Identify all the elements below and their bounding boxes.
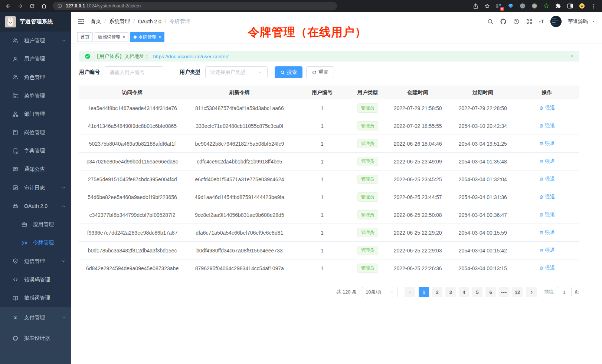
tab-sensitive-word[interactable]: 敏感词管理× bbox=[95, 32, 128, 42]
prev-page-button[interactable] bbox=[405, 287, 415, 297]
font-size-icon[interactable]: тT bbox=[539, 19, 544, 24]
trash-icon bbox=[539, 141, 544, 146]
page-button-3[interactable]: 3 bbox=[445, 287, 456, 297]
gray-extension-icon[interactable] bbox=[519, 3, 526, 9]
extension-grid-icon[interactable]: 9 bbox=[495, 3, 502, 9]
breadcrumb-separator: / bbox=[104, 19, 106, 24]
column-header: 用户编号 bbox=[293, 86, 351, 99]
side-panel-icon[interactable] bbox=[567, 3, 573, 9]
page-button-5[interactable]: 5 bbox=[472, 287, 482, 297]
fullscreen-icon[interactable] bbox=[526, 18, 533, 25]
sidebar-item-dict[interactable]: 字典管理 bbox=[0, 142, 71, 161]
user-type-select[interactable]: 请选择用户类型 bbox=[205, 66, 268, 78]
breadcrumb-item[interactable]: 首页 bbox=[91, 18, 101, 25]
sidebar-item-label: 审计日志 bbox=[24, 185, 45, 191]
gem-extension-icon[interactable] bbox=[507, 3, 514, 9]
force-logout-button[interactable]: 强退 bbox=[539, 140, 555, 147]
force-logout-button[interactable]: 强退 bbox=[539, 211, 555, 218]
goto-page-input[interactable] bbox=[557, 287, 572, 297]
forward-icon[interactable] bbox=[17, 3, 23, 9]
force-logout-button[interactable]: 强退 bbox=[539, 105, 555, 111]
success-alert: 【用户体系】文档地址： https://doc.iocoder.cn/user-… bbox=[79, 51, 579, 62]
sidebar-item-role[interactable]: 角色管理 bbox=[0, 68, 71, 87]
page-button-6[interactable]: 6 bbox=[485, 287, 496, 297]
force-logout-button[interactable]: 强退 bbox=[539, 229, 555, 236]
user-name[interactable]: 芋道源码 bbox=[568, 18, 588, 25]
search-icon[interactable] bbox=[487, 18, 494, 25]
caret-down-icon[interactable] bbox=[591, 19, 596, 24]
breadcrumb-item[interactable]: 系统管理 bbox=[109, 18, 130, 25]
github-icon[interactable] bbox=[500, 18, 507, 25]
sidebar-item-dept[interactable]: 部门管理 bbox=[0, 105, 71, 123]
extensions-puzzle-icon[interactable] bbox=[555, 3, 562, 9]
refresh-token-cell: 811c530487574fa0af1a59d3abc1aa66 bbox=[186, 99, 293, 117]
alert-doc-link[interactable]: https://doc.iocoder.cn/user-center/ bbox=[153, 54, 229, 59]
bookmark-star-icon[interactable] bbox=[484, 3, 490, 9]
profile-avatar-icon[interactable] bbox=[579, 3, 585, 9]
sidebar-item-sms[interactable]: 短信管理 bbox=[0, 252, 71, 271]
sidebar-item-error-code[interactable]: 错误码管理 bbox=[0, 271, 71, 289]
sidebar-item-audit-log[interactable]: 审计日志 bbox=[0, 179, 71, 197]
sidebar-item-user[interactable]: 用户管理 bbox=[0, 50, 71, 69]
refresh-token-cell: 8796295f04064c2983414cc54af1097a bbox=[186, 259, 293, 277]
create-time-cell: 2022-06-25 22:29:20 bbox=[385, 224, 451, 242]
tab-token[interactable]: 令牌管理× bbox=[130, 32, 164, 42]
create-time-cell: 2022-06-25 23:45:25 bbox=[385, 171, 451, 188]
reload-icon[interactable] bbox=[29, 3, 35, 9]
page-button-1[interactable]: 1 bbox=[419, 287, 429, 297]
user-type-tag: 管理员 bbox=[357, 121, 378, 130]
close-icon[interactable]: × bbox=[570, 53, 574, 59]
force-logout-button[interactable]: 强退 bbox=[539, 122, 555, 129]
sidebar-item-label: 敏感词管理 bbox=[24, 295, 50, 301]
sidebar-item-post[interactable]: 岗位管理 bbox=[0, 123, 71, 142]
close-icon[interactable]: × bbox=[122, 35, 125, 39]
sidebar-item-pay[interactable]: ¥支付管理 bbox=[0, 307, 71, 328]
site-info-icon[interactable] bbox=[57, 3, 62, 9]
help-icon[interactable] bbox=[513, 18, 520, 25]
browser-menu-icon[interactable] bbox=[590, 3, 597, 9]
home-icon[interactable] bbox=[41, 3, 47, 9]
close-icon[interactable]: × bbox=[158, 35, 161, 39]
user-type-tag: 管理员 bbox=[357, 157, 378, 166]
user-id-input[interactable] bbox=[105, 66, 163, 78]
page-size-select[interactable]: 10条/页 bbox=[362, 287, 398, 297]
logo[interactable]: 芋道管理系统 bbox=[0, 12, 71, 32]
force-logout-button[interactable]: 强退 bbox=[539, 193, 555, 200]
sidebar-item-label: 用户管理 bbox=[24, 56, 45, 62]
users-icon bbox=[12, 37, 19, 44]
green-star-extension-icon[interactable] bbox=[543, 3, 550, 9]
record-extension-icon[interactable] bbox=[531, 3, 538, 9]
sidebar-item-notice[interactable]: 通知公告 bbox=[0, 160, 71, 179]
sidebar-item-oauth2-token[interactable]: 令牌管理 bbox=[0, 234, 71, 252]
expire-time-cell: 2054-03-04 00:15:59 bbox=[451, 224, 514, 242]
user-avatar[interactable] bbox=[550, 16, 562, 27]
table-row: 1ea5e44f8bc1467aaede43144f31de76 811c530… bbox=[79, 99, 579, 117]
sidebar-item-oauth2-app[interactable]: 应用管理 bbox=[0, 215, 71, 234]
search-button[interactable]: 搜索 bbox=[275, 66, 302, 78]
force-logout-button[interactable]: 强退 bbox=[539, 176, 555, 182]
page-button-2[interactable]: 2 bbox=[432, 287, 442, 297]
share-icon[interactable] bbox=[472, 3, 479, 9]
next-page-button[interactable] bbox=[526, 287, 537, 297]
sidebar-item-tenant[interactable]: 租户管理 bbox=[0, 32, 71, 50]
page-content: 【用户体系】文档地址： https://doc.iocoder.cn/user-… bbox=[71, 43, 602, 297]
sidebar-item-oauth2[interactable]: OAuth 2.0 bbox=[0, 197, 71, 215]
address-bar[interactable]: 127.0.0.1:1024/system/oauth2/token bbox=[53, 2, 337, 10]
sidebar-item-report-designer[interactable]: 报表设计器 bbox=[0, 328, 71, 349]
force-logout-button[interactable]: 强退 bbox=[539, 265, 555, 271]
breadcrumb-item[interactable]: OAuth 2.0 bbox=[138, 19, 161, 24]
reset-button[interactable]: 重置 bbox=[306, 66, 334, 78]
trash-icon bbox=[539, 248, 544, 253]
tab-home[interactable]: 首页 bbox=[77, 32, 93, 42]
force-logout-button[interactable]: 强退 bbox=[539, 247, 555, 254]
refresh-token-cell: b0df4980ffd34c67a08f9156e4eee733 bbox=[186, 242, 293, 259]
page-button-12[interactable]: 12 bbox=[512, 287, 523, 297]
force-logout-button[interactable]: 强退 bbox=[539, 158, 555, 165]
back-icon[interactable] bbox=[5, 3, 12, 9]
app-title: 芋道管理系统 bbox=[20, 18, 53, 25]
collapse-sidebar-icon[interactable] bbox=[78, 18, 85, 25]
sidebar-item-menu[interactable]: 菜单管理 bbox=[0, 87, 71, 105]
page-ellipsis[interactable]: ••• bbox=[499, 287, 509, 297]
sidebar-item-sensitive-word[interactable]: 敏感词管理 bbox=[0, 289, 71, 307]
page-button-4[interactable]: 4 bbox=[459, 287, 469, 297]
